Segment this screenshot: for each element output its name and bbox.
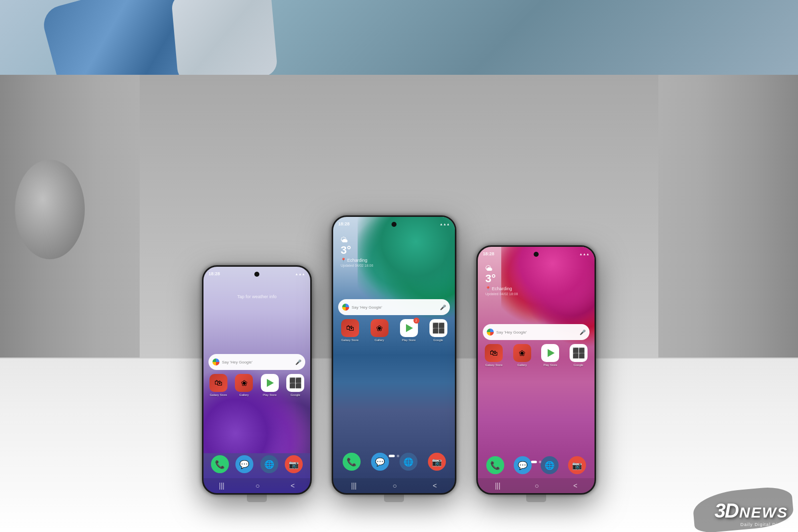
nav-back-right[interactable]: <	[573, 482, 577, 490]
dock-messages-left[interactable]: 💬	[235, 455, 253, 473]
galaxy-store-icon-middle: 🛍	[341, 319, 359, 337]
google-g-logo	[212, 358, 219, 365]
nav-home-left[interactable]: ○	[255, 482, 259, 490]
galaxy-store-label-right: Galaxy Store	[485, 363, 503, 366]
google-label-left: Google	[291, 393, 300, 396]
status-icons-middle: ▲▲▲	[439, 222, 450, 226]
phone-right-body: 18:28 ▲▲▲ 🌥 3° 📍 Echarding Updated 04/02…	[476, 245, 596, 495]
status-icons-left: ▲▲▲	[295, 272, 305, 276]
phone-left: 18:28 ▲▲▲ Tap for weather info Say 'Hey …	[202, 265, 312, 502]
nav-recent-right[interactable]: |||	[495, 482, 500, 490]
weather-icon-middle: 🌥	[341, 236, 447, 244]
google-search-bar-right[interactable]: Say 'Hey Google' 🎤	[483, 324, 590, 340]
phone-middle-body: 18:28 ▲▲▲ 🌥 3° 📍 Echarding Updated 04/02…	[332, 215, 456, 495]
weather-widget-middle: 🌥 3° 📍 Echarding Updated 04/02 18:06	[341, 236, 447, 267]
microphone-icon-right[interactable]: 🎤	[580, 330, 586, 335]
app-grid-left: 🛍 Galaxy Store ❀ Gallery Play Store	[207, 374, 306, 396]
google-search-bar-left[interactable]: Say 'Hey Google' 🎤	[208, 354, 305, 370]
weather-temp-right: 3°	[485, 272, 587, 285]
phones-display-area: 18:28 ▲▲▲ Tap for weather info Say 'Hey …	[125, 215, 673, 502]
time-middle: 18:28	[338, 221, 350, 226]
galaxy-store-label-middle: Galaxy Store	[341, 339, 359, 342]
watermark-tagline: Daily Digital Digest	[715, 522, 788, 527]
app-gallery-right[interactable]: ❀ Gallery	[510, 344, 535, 366]
watermark-logo-3d: 3D	[715, 500, 738, 522]
dock-phone-right[interactable]: 📞	[486, 456, 504, 474]
white-pillow	[171, 0, 278, 84]
microphone-icon-left[interactable]: 🎤	[295, 359, 301, 365]
nav-recent-left[interactable]: |||	[219, 482, 224, 490]
google-bar-text-left: Say 'Hey Google'	[222, 360, 293, 364]
weather-widget-right: 🌥 3° 📍 Echarding Updated 04/02 18:08	[485, 264, 587, 296]
dock-internet-left[interactable]: 🌐	[260, 455, 278, 473]
weather-icon-right: 🌥	[485, 264, 587, 272]
nav-back-left[interactable]: <	[291, 482, 295, 490]
microphone-icon-middle[interactable]: 🎤	[440, 305, 446, 310]
play-store-icon-middle: 2	[400, 319, 418, 337]
app-google-left[interactable]: ⬛⬛⬛⬛ Google	[285, 374, 307, 396]
play-store-label-right: Play Store	[543, 363, 557, 366]
app-play-store-middle[interactable]: 2 Play Store	[396, 319, 421, 342]
app-gallery-left[interactable]: ❀ Gallery	[233, 374, 255, 396]
dock-phone-middle[interactable]: 📞	[343, 453, 361, 471]
dock-middle: 📞 💬 🌐 📷	[337, 453, 451, 471]
dock-camera-left[interactable]: 📷	[285, 455, 303, 473]
play-triangle-middle	[406, 324, 413, 332]
phone-stand-middle	[384, 495, 404, 502]
google-icon-middle: ⬛⬛⬛⬛	[429, 319, 447, 337]
app-play-store-right[interactable]: Play Store	[538, 344, 563, 366]
weather-updated-right: Updated 04/02 18:08	[485, 292, 587, 296]
google-label-middle: Google	[433, 339, 443, 342]
dock-messages-middle[interactable]: 💬	[371, 453, 389, 471]
weather-temp-middle: 3°	[341, 244, 447, 257]
tap-weather-text[interactable]: Tap for weather info	[203, 294, 310, 299]
dock-phone-left[interactable]: 📞	[211, 455, 229, 473]
time-left: 18:28	[208, 271, 220, 276]
app-galaxy-store-left[interactable]: 🛍 Galaxy Store	[207, 374, 229, 396]
dock-camera-right[interactable]: 📷	[568, 456, 586, 474]
google-icon-right: ⬛⬛⬛⬛	[570, 344, 588, 362]
phone-left-screen: 18:28 ▲▲▲ Tap for weather info Say 'Hey …	[203, 267, 310, 493]
nav-bar-left: ||| ○ <	[203, 478, 310, 493]
gallery-label-left: Gallery	[239, 393, 249, 396]
nav-home-right[interactable]: ○	[535, 482, 539, 490]
status-icons-right: ▲▲▲	[579, 252, 590, 256]
weather-location-right: 📍 Echarding	[485, 286, 587, 291]
galaxy-store-icon-right: 🛍	[485, 344, 503, 362]
phone-right: 18:28 ▲▲▲ 🌥 3° 📍 Echarding Updated 04/02…	[476, 245, 596, 502]
play-triangle-right	[548, 349, 555, 357]
app-grid-middle: 🛍 Galaxy Store ❀ Gallery 2 Play Store	[337, 319, 451, 342]
play-store-badge-middle: 2	[413, 318, 419, 324]
nav-back-middle[interactable]: <	[433, 482, 437, 490]
dock-internet-right[interactable]: 🌐	[541, 456, 559, 474]
app-galaxy-store-right[interactable]: 🛍 Galaxy Store	[482, 344, 506, 366]
google-search-bar-middle[interactable]: Say 'Hey Google' 🎤	[338, 299, 450, 315]
app-play-store-left[interactable]: Play Store	[259, 374, 281, 396]
dock-messages-right[interactable]: 💬	[514, 456, 532, 474]
phone-middle-screen: 18:28 ▲▲▲ 🌥 3° 📍 Echarding Updated 04/02…	[333, 217, 455, 493]
phone-stand-right	[526, 495, 546, 502]
weather-updated-middle: Updated 04/02 18:06	[341, 264, 447, 267]
app-grid-right: 🛍 Galaxy Store ❀ Gallery Play Store	[482, 344, 591, 366]
dock-camera-middle[interactable]: 📷	[428, 453, 446, 471]
dock-internet-middle[interactable]: 🌐	[399, 453, 417, 471]
app-gallery-middle[interactable]: ❀ Gallery	[367, 319, 392, 342]
play-store-icon-left	[261, 374, 279, 392]
google-bar-text-right: Say 'Hey Google'	[496, 330, 577, 335]
nav-home-middle[interactable]: ○	[393, 482, 397, 490]
app-google-middle[interactable]: ⬛⬛⬛⬛ Google	[425, 319, 451, 342]
google-g-logo-middle	[342, 304, 349, 311]
phone-middle: 18:28 ▲▲▲ 🌥 3° 📍 Echarding Updated 04/02…	[332, 215, 456, 502]
app-google-right[interactable]: ⬛⬛⬛⬛ Google	[567, 344, 591, 366]
play-store-icon-right	[541, 344, 559, 362]
play-triangle-left	[267, 379, 274, 387]
camera-hole-middle	[392, 222, 397, 227]
dock-right: 📞 💬 🌐 📷	[482, 456, 591, 474]
play-store-label-middle: Play Store	[402, 339, 416, 342]
app-galaxy-store-middle[interactable]: 🛍 Galaxy Store	[337, 319, 363, 342]
nav-recent-middle[interactable]: |||	[351, 482, 357, 490]
dock-left: 📞 💬 🌐 📷	[207, 455, 306, 473]
galaxy-store-label-left: Galaxy Store	[209, 393, 227, 396]
galaxy-store-icon-left: 🛍	[209, 374, 227, 392]
watermark-3dnews: 3D NEWS Daily Digital Digest	[715, 500, 788, 527]
